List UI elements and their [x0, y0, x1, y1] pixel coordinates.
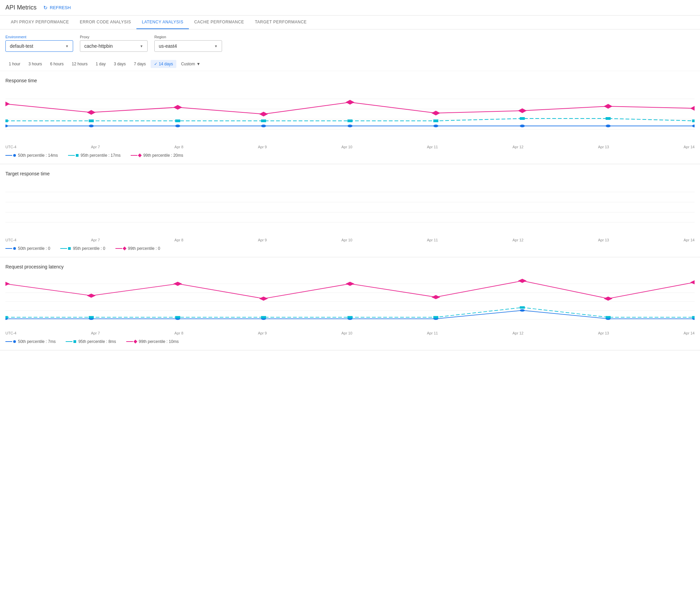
svg-rect-50: [89, 316, 94, 319]
svg-rect-53: [348, 316, 353, 319]
legend-blue-dot: [13, 154, 16, 157]
svg-rect-55: [520, 306, 525, 309]
target-legend-pink-line: [115, 248, 122, 249]
target-legend-95th: 95th percentile : 0: [60, 246, 105, 251]
time-7days[interactable]: 7 days: [131, 60, 149, 68]
latency-legend-95th: 95th percentile : 8ms: [66, 339, 116, 344]
latency-legend-teal-sq: [73, 340, 76, 343]
target-legend-blue-line: [5, 248, 12, 249]
target-response-time-svg: [5, 182, 695, 229]
svg-point-5: [89, 125, 94, 127]
target-response-time-x-axis: UTC-4 Apr 7 Apr 8 Apr 9 Apr 10 Apr 11 Ap…: [5, 236, 695, 243]
target-legend-50th: 50th percentile : 0: [5, 246, 50, 251]
svg-rect-49: [5, 316, 8, 319]
proxy-select[interactable]: cache-httpbin ▼: [80, 40, 148, 52]
time-3hours[interactable]: 3 hours: [25, 60, 45, 68]
proxy-label: Proxy: [80, 35, 148, 39]
target-response-time-chart: Target response time UTC-4 Apr 7 Apr 8 A…: [0, 164, 700, 257]
svg-rect-18: [433, 119, 438, 122]
time-1hour[interactable]: 1 hour: [5, 60, 24, 68]
latency-legend-blue-dot: [13, 340, 16, 343]
svg-marker-29: [604, 104, 613, 109]
svg-marker-23: [87, 110, 96, 115]
target-legend-blue-dot: [13, 247, 16, 250]
legend-pink-line: [131, 155, 137, 156]
legend-99th: 99th percentile : 20ms: [131, 153, 183, 158]
tab-cache-performance[interactable]: CACHE PERFORMANCE: [189, 16, 249, 29]
svg-rect-15: [175, 119, 181, 122]
legend-50th: 50th percentile : 14ms: [5, 153, 58, 158]
tab-error-code-analysis[interactable]: ERROR CODE ANALYSIS: [74, 16, 136, 29]
svg-marker-25: [259, 112, 268, 116]
target-legend-99th: 99th percentile : 0: [115, 246, 160, 251]
legend-blue-line: [5, 155, 12, 156]
tab-latency-analysis[interactable]: LATENCY ANALYSIS: [136, 16, 189, 29]
proxy-value: cache-httpbin: [84, 43, 113, 49]
environment-select[interactable]: default-test ▼: [5, 40, 73, 52]
svg-point-8: [348, 125, 353, 127]
tab-bar: API PROXY PERFORMANCE ERROR CODE ANALYSI…: [0, 16, 700, 30]
target-legend-teal-sq: [68, 247, 71, 250]
filters-row: Environment default-test ▼ Proxy cache-h…: [0, 30, 700, 57]
latency-legend-blue-line: [5, 341, 12, 342]
svg-point-4: [5, 125, 8, 127]
latency-legend-50th-label: 50th percentile : 7ms: [18, 339, 56, 344]
region-filter: Region us-east4 ▼: [154, 35, 222, 52]
time-1day[interactable]: 1 day: [92, 60, 109, 68]
svg-rect-51: [175, 316, 181, 319]
svg-marker-58: [5, 282, 10, 286]
svg-marker-65: [604, 297, 613, 301]
response-time-title: Response time: [5, 78, 695, 83]
target-legend-50th-label: 50th percentile : 0: [18, 246, 50, 251]
region-value: us-east4: [159, 43, 177, 49]
svg-rect-54: [433, 316, 438, 319]
time-range-bar: 1 hour 3 hours 6 hours 12 hours 1 day 3 …: [0, 57, 700, 71]
latency-legend-teal-line: [66, 341, 72, 342]
svg-marker-64: [518, 279, 527, 283]
page-title: API Metrics: [5, 4, 37, 11]
time-6hours[interactable]: 6 hours: [47, 60, 67, 68]
environment-label: Environment: [5, 35, 73, 39]
legend-teal-sq: [76, 154, 78, 157]
custom-label: Custom: [181, 62, 195, 66]
legend-50th-label: 50th percentile : 14ms: [18, 153, 58, 158]
svg-rect-57: [692, 316, 695, 319]
charts-container: Response time: [0, 71, 700, 350]
refresh-icon: ↻: [43, 5, 48, 11]
svg-point-11: [606, 125, 611, 127]
target-legend-pink-diamond: [122, 246, 126, 250]
svg-rect-17: [348, 119, 353, 122]
svg-rect-56: [606, 316, 611, 319]
time-3days[interactable]: 3 days: [110, 60, 129, 68]
request-processing-latency-svg: [5, 275, 695, 322]
response-time-legend: 50th percentile : 14ms 95th percentile :…: [5, 150, 695, 160]
environment-value: default-test: [10, 43, 33, 49]
target-response-time-legend: 50th percentile : 0 95th percentile : 0 …: [5, 243, 695, 253]
target-response-time-title: Target response time: [5, 171, 695, 176]
check-icon: ✓: [154, 62, 157, 66]
region-select[interactable]: us-east4 ▼: [154, 40, 222, 52]
time-14days[interactable]: ✓14 days: [151, 60, 176, 68]
tab-api-proxy-performance[interactable]: API PROXY PERFORMANCE: [5, 16, 74, 29]
response-time-chart: Response time: [0, 71, 700, 164]
legend-95th-label: 95th percentile : 17ms: [80, 153, 120, 158]
svg-marker-63: [432, 295, 440, 299]
tab-target-performance[interactable]: TARGET PERFORMANCE: [249, 16, 312, 29]
time-custom[interactable]: Custom ▼: [178, 60, 204, 68]
latency-legend-99th: 99th percentile : 10ms: [126, 339, 179, 344]
svg-marker-30: [690, 106, 695, 111]
refresh-button[interactable]: ↻ REFRESH: [43, 5, 71, 11]
environment-chevron-icon: ▼: [65, 44, 69, 48]
svg-rect-19: [520, 117, 525, 120]
time-12hours[interactable]: 12 hours: [69, 60, 91, 68]
custom-chevron-icon: ▼: [196, 62, 201, 66]
response-time-area: [5, 89, 695, 143]
svg-marker-61: [259, 297, 268, 301]
target-response-time-area: [5, 182, 695, 236]
legend-99th-label: 99th percentile : 20ms: [143, 153, 183, 158]
request-processing-latency-x-axis: UTC-4 Apr 7 Apr 8 Apr 9 Apr 10 Apr 11 Ap…: [5, 330, 695, 337]
latency-legend-50th: 50th percentile : 7ms: [5, 339, 56, 344]
latency-legend-99th-label: 99th percentile : 10ms: [139, 339, 179, 344]
svg-point-9: [433, 125, 438, 127]
request-processing-latency-area: [5, 275, 695, 329]
